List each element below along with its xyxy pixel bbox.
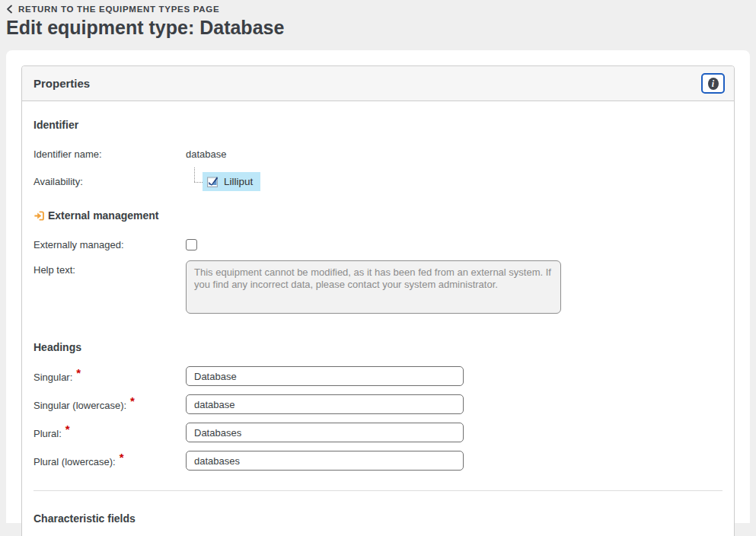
plural-lowercase-input[interactable]: [186, 451, 464, 471]
content-card: Properties i Identifier Identifier name:…: [6, 50, 750, 523]
characteristic-fields-section-title: Characteristic fields: [33, 512, 723, 525]
identifier-name-value: database: [186, 148, 227, 160]
availability-label: Availability:: [33, 176, 186, 187]
properties-panel-body: Identifier Identifier name: database Ava…: [22, 101, 734, 536]
externally-managed-row: Externally managed:: [33, 234, 723, 254]
external-management-icon: [33, 210, 45, 222]
back-link-label: RETURN TO THE EQUIPMENT TYPES PAGE: [18, 5, 219, 14]
plural-lowercase-row: Plural (lowercase):*: [33, 451, 723, 471]
properties-panel-header: Properties i: [22, 66, 734, 101]
page-header: RETURN TO THE EQUIPMENT TYPES PAGE Edit …: [0, 0, 756, 39]
tree-dotted-line: [194, 182, 203, 183]
identifier-name-row: Identifier name: database: [33, 144, 723, 164]
help-text-textarea[interactable]: [186, 260, 561, 314]
plural-input[interactable]: [186, 423, 464, 442]
help-text-label: Help text:: [33, 260, 186, 276]
externally-managed-label: Externally managed:: [33, 239, 186, 250]
tree-collapse-triangle-icon: [188, 180, 192, 184]
availability-tree: Lilliput: [186, 170, 260, 193]
required-asterisk: *: [76, 366, 81, 379]
help-text-row: Help text:: [33, 260, 723, 314]
identifier-section-title: Identifier: [33, 119, 723, 131]
tree-node-label: Lilliput: [224, 176, 253, 187]
externally-managed-checkbox[interactable]: [186, 239, 197, 250]
singular-lowercase-input[interactable]: [186, 394, 464, 414]
external-management-section-title: External management: [33, 209, 723, 222]
singular-row: Singular:*: [33, 366, 723, 386]
required-asterisk: *: [130, 394, 135, 407]
required-asterisk: *: [120, 451, 124, 464]
properties-panel: Properties i Identifier Identifier name:…: [21, 65, 735, 536]
headings-section-title: Headings: [33, 341, 723, 353]
checkbox-checked-icon[interactable]: [206, 175, 219, 188]
plural-lowercase-label: Plural (lowercase):*: [33, 455, 186, 467]
tree-dotted-line: [194, 168, 195, 182]
info-icon: i: [708, 78, 719, 90]
singular-label: Singular:*: [33, 370, 186, 383]
tree-expander-icon[interactable]: [186, 170, 203, 193]
plural-label: Plural:*: [33, 426, 186, 439]
info-button[interactable]: i: [701, 73, 725, 94]
back-link[interactable]: RETURN TO THE EQUIPMENT TYPES PAGE: [6, 5, 219, 14]
page-title: Edit equipment type: Database: [6, 16, 750, 39]
tree-node-lilliput[interactable]: Lilliput: [203, 172, 260, 191]
required-asterisk: *: [65, 423, 70, 436]
identifier-name-label: Identifier name:: [33, 148, 186, 160]
plural-row: Plural:*: [33, 423, 723, 442]
availability-row: Availability:: [33, 170, 723, 193]
external-management-label: External management: [48, 209, 159, 222]
singular-lowercase-label: Singular (lowercase):*: [33, 398, 186, 411]
singular-input[interactable]: [186, 366, 464, 386]
singular-lowercase-row: Singular (lowercase):*: [33, 394, 723, 414]
chevron-left-icon: [6, 5, 13, 14]
panel-title: Properties: [33, 77, 90, 90]
